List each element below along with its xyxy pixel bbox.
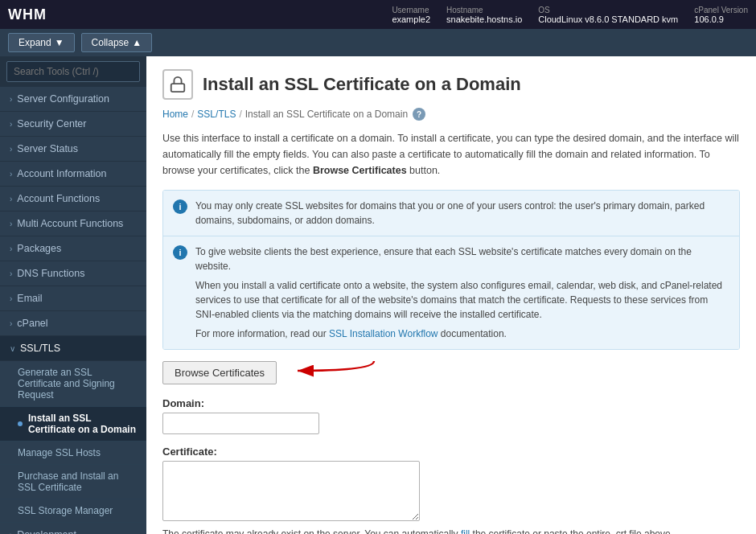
sidebar-item-label: Account Information	[17, 168, 106, 179]
cert-note: The certificate may already exist on the…	[162, 527, 740, 534]
page-title-row: Install an SSL Certificate on a Domain	[162, 69, 740, 100]
breadcrumb: Home / SSL/TLS / Install an SSL Certific…	[162, 108, 740, 121]
fill-link-label: fill	[461, 528, 470, 534]
chevron-icon: ›	[10, 244, 12, 253]
ssl-workflow-link[interactable]: SSL Installation Workflow	[329, 328, 438, 339]
info-icon-2: i	[173, 245, 187, 260]
chevron-icon: ›	[10, 195, 12, 203]
main-content: Install an SSL Certificate on a Domain H…	[146, 56, 756, 534]
sidebar-item-packages[interactable]: › Packages	[0, 236, 146, 261]
help-icon[interactable]: ?	[413, 108, 425, 121]
sub-item-ssl-storage[interactable]: SSL Storage Manager	[0, 499, 146, 523]
red-arrow	[281, 355, 378, 389]
separator: /	[191, 109, 194, 120]
hostname-field: Hostname snakebite.hostns.io	[446, 6, 522, 24]
expand-label: Expand	[18, 37, 51, 48]
sub-item-manage-ssl[interactable]: Manage SSL Hosts	[0, 442, 146, 465]
sidebar-item-label: cPanel	[17, 318, 47, 329]
sidebar-item-email[interactable]: › Email	[0, 286, 146, 311]
sidebar-subitem-label: Generate an SSL Certificate and Signing …	[18, 367, 137, 400]
domain-form-group: Domain:	[162, 397, 740, 434]
page-title: Install an SSL Certificate on a Domain	[203, 74, 521, 95]
ssl-workflow-label: SSL Installation Workflow	[329, 328, 438, 339]
search-input[interactable]	[6, 61, 140, 82]
info-p1: To give website clients the best experie…	[195, 244, 729, 273]
info-p3: For more information, read our SSL Insta…	[195, 327, 729, 341]
breadcrumb-home[interactable]: Home	[162, 109, 188, 120]
domain-label: Domain:	[162, 397, 740, 409]
chevron-icon: ›	[10, 531, 12, 535]
os-field: OS CloudLinux v8.6.0 STANDARD kvm	[538, 6, 678, 24]
os-value: CloudLinux v8.6.0 STANDARD kvm	[538, 14, 678, 24]
cpanel-version-label: cPanel Version	[694, 6, 748, 14]
whm-logo: WHM	[8, 6, 47, 23]
sidebar-item-label: Multi Account Functions	[17, 218, 123, 229]
breadcrumb-ssltls[interactable]: SSL/TLS	[197, 109, 236, 120]
sidebar-item-ssltls[interactable]: ∨ SSL/TLS	[0, 336, 146, 361]
breadcrumb-current: Install an SSL Certificate on a Domain	[245, 109, 408, 120]
browse-cert-link[interactable]: Browse Certificates	[313, 165, 407, 176]
sub-item-install-ssl[interactable]: Install an SSL Certificate on a Domain	[0, 407, 146, 442]
page-description: Use this interface to install a certific…	[162, 130, 740, 179]
chevron-icon: ›	[10, 120, 12, 129]
info-text-1: You may only create SSL websites for dom…	[195, 199, 729, 228]
sidebar-item-label: Server Status	[17, 143, 78, 154]
info-p3-prefix: For more information, read our	[195, 328, 327, 339]
sidebar-item-security-center[interactable]: › Security Center	[0, 112, 146, 137]
collapse-button[interactable]: Collapse ▲	[81, 33, 153, 52]
sub-item-purchase-ssl[interactable]: Purchase and Install an SSL Certificate	[0, 465, 146, 499]
sidebar-item-server-config[interactable]: › Server Configuration	[0, 87, 146, 112]
chevron-icon: ›	[10, 294, 12, 303]
cert-note-prefix: The certificate may already exist on the…	[162, 528, 458, 534]
chevron-icon: ›	[10, 319, 12, 328]
chevron-icon: ›	[10, 220, 12, 228]
chevron-icon: ›	[10, 170, 12, 179]
description-end: button.	[409, 165, 440, 176]
browse-btn-row: Browse Certificates	[162, 361, 740, 384]
top-bar: WHM Username example2 Hostname snakebite…	[0, 0, 756, 29]
sidebar-item-cpanel[interactable]: › cPanel	[0, 311, 146, 336]
sidebar-subitem-label: Manage SSL Hosts	[18, 447, 101, 458]
sidebar-item-label: Email	[17, 293, 42, 304]
sidebar-item-multi-account[interactable]: › Multi Account Functions	[0, 212, 146, 236]
username-label: Username	[392, 6, 430, 14]
sidebar-subitem-label: Purchase and Install an SSL Certificate	[18, 470, 137, 493]
sidebar-item-development[interactable]: › Development	[0, 523, 146, 534]
action-bar: Expand ▼ Collapse ▲	[0, 29, 756, 56]
sidebar-item-label: DNS Functions	[17, 268, 84, 279]
username-value: example2	[392, 14, 430, 24]
description-text: Use this interface to install a certific…	[162, 133, 739, 176]
main-layout: › Server Configuration › Security Center…	[0, 56, 756, 534]
cpanel-version-value: 106.0.9	[694, 14, 748, 24]
certificate-textarea[interactable]	[162, 461, 420, 521]
search-box	[0, 56, 146, 87]
info-p3-suffix: documentation.	[441, 328, 507, 339]
expand-icon: ▼	[55, 37, 64, 48]
svg-rect-0	[171, 84, 185, 92]
sidebar: › Server Configuration › Security Center…	[0, 56, 146, 534]
sidebar-item-account-info[interactable]: › Account Information	[0, 162, 146, 187]
sidebar-item-label: Server Configuration	[17, 93, 109, 105]
sidebar-item-dns[interactable]: › DNS Functions	[0, 261, 146, 286]
separator: /	[239, 109, 241, 120]
page-icon	[162, 69, 193, 100]
certificate-form-group: Certificate: The certificate may already…	[162, 446, 740, 534]
sidebar-item-account-functions[interactable]: › Account Functions	[0, 187, 146, 212]
fill-link[interactable]: fill	[461, 528, 470, 534]
sidebar-item-label: Security Center	[17, 118, 86, 129]
collapse-label: Collapse	[92, 37, 129, 48]
sidebar-nav: › Server Configuration › Security Center…	[0, 87, 146, 534]
expand-button[interactable]: Expand ▼	[8, 33, 75, 52]
info-box-2: i To give website clients the best exper…	[163, 236, 739, 349]
browse-certificates-button[interactable]: Browse Certificates	[162, 361, 277, 384]
cpanel-version-field: cPanel Version 106.0.9	[694, 6, 748, 24]
sub-item-generate-ssl[interactable]: Generate an SSL Certificate and Signing …	[0, 361, 146, 407]
cert-note-suffix: the certificate or paste the entire .crt…	[473, 528, 673, 534]
sidebar-item-server-status[interactable]: › Server Status	[0, 137, 146, 162]
info-text-2: To give website clients the best experie…	[195, 244, 729, 341]
info-box-group: i You may only create SSL websites for d…	[162, 190, 740, 350]
domain-input[interactable]	[162, 413, 319, 434]
os-label: OS	[538, 6, 678, 14]
sidebar-subitem-label: Install an SSL Certificate on a Domain	[28, 413, 137, 435]
chevron-icon: ›	[10, 269, 12, 278]
